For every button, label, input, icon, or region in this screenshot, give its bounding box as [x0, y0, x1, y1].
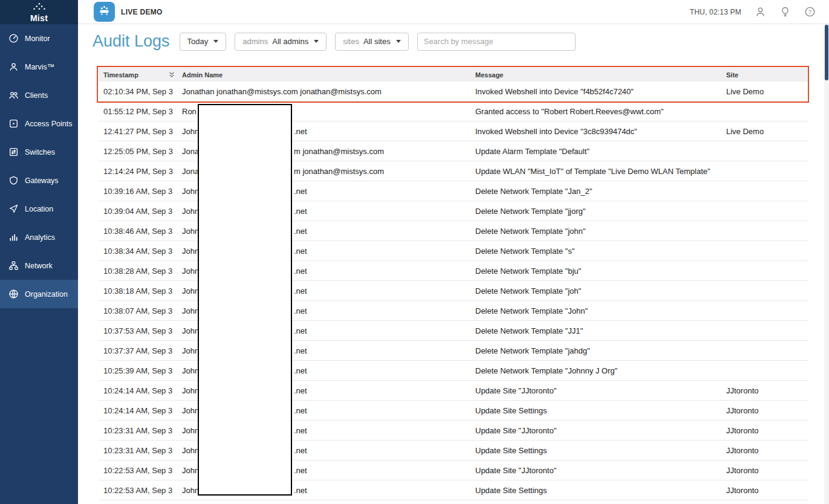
cell-timestamp: 10:22:53 AM, Sep 3 — [103, 466, 182, 475]
sites-filter-label: sites — [343, 37, 359, 46]
cell-timestamp: 10:39:16 AM, Sep 3 — [103, 187, 182, 196]
cell-message: Update Site Settings — [475, 406, 726, 415]
admin-name-text: Jona — [182, 167, 199, 176]
cell-message: Invoked Webshell into Device "f4b52f4c72… — [475, 87, 726, 96]
cell-message: Update Site "JJtoronto" — [475, 386, 726, 395]
sidebar-item-location[interactable]: Location — [0, 195, 78, 223]
sidebar-item-access-points[interactable]: Access Points — [0, 109, 78, 138]
admin-name-suffix-text: .net — [294, 346, 307, 355]
cell-timestamp: 12:14:24 PM, Sep 3 — [103, 167, 182, 176]
admin-name-text: John — [182, 366, 199, 375]
date-filter-value: Today — [187, 37, 209, 46]
table-row[interactable]: 02:10:34 PM, Sep 3 Jonathan jonathan@mis… — [99, 82, 808, 102]
cell-timestamp: 10:38:18 AM, Sep 3 — [103, 286, 182, 296]
sites-filter-dropdown[interactable]: sites All sites — [335, 33, 409, 51]
admin-name-suffix-text: .net — [294, 207, 307, 216]
search-input[interactable] — [417, 33, 576, 51]
admin-name-text: John — [182, 286, 199, 296]
cell-timestamp: 10:22:53 AM, Sep 3 — [103, 486, 182, 495]
sidebar-item-analytics[interactable]: Analytics — [0, 223, 78, 251]
cell-site: JJtoronto — [726, 486, 808, 495]
admins-filter-label: admins — [242, 37, 268, 46]
cell-message: Delete Network Template "john" — [475, 227, 726, 236]
scrollbar-thumb[interactable] — [825, 25, 828, 80]
marvis-icon — [8, 62, 19, 72]
switches-icon — [8, 147, 19, 157]
cell-site: JJtoronto — [726, 466, 808, 475]
admin-name-suffix-text: m jonathan@mistsys.com — [294, 167, 384, 176]
monitor-icon — [8, 33, 19, 44]
admin-name-text: John — [182, 406, 199, 415]
sidebar: Mist Monitor Marvis™ Clients Access Poin… — [0, 0, 78, 504]
cell-timestamp: 12:41:27 PM, Sep 3 — [103, 127, 182, 136]
column-header-message[interactable]: Message — [475, 71, 726, 79]
mist-logo: Mist — [0, 0, 78, 24]
sidebar-item-switches[interactable]: Switches — [0, 138, 78, 166]
main-content: Audit Logs Today admins All admins sites… — [78, 24, 829, 504]
cell-message: Delete Network Template "Jan_2" — [475, 187, 726, 196]
org-name[interactable]: LIVE DEMO — [121, 8, 163, 16]
sidebar-item-gateways[interactable]: Gateways — [0, 166, 78, 195]
admins-filter-value: All admins — [272, 37, 308, 46]
access-points-icon — [8, 118, 19, 129]
admin-name-text: John — [182, 486, 199, 495]
cell-timestamp: 10:37:37 AM, Sep 3 — [103, 346, 182, 355]
cell-message: Update Site "JJtoronto" — [475, 426, 726, 435]
admin-name-suffix-text: .net — [294, 306, 307, 315]
location-icon — [8, 204, 19, 214]
admins-filter-dropdown[interactable]: admins All admins — [235, 33, 327, 51]
mist-logo-text: Mist — [30, 14, 48, 22]
admin-name-suffix-text: .net — [294, 406, 307, 415]
date-filter-dropdown[interactable]: Today — [180, 33, 227, 51]
cell-message: Invoked Webshell into Device "3c8c939474… — [475, 127, 726, 136]
sidebar-item-clients[interactable]: Clients — [0, 81, 78, 109]
cell-timestamp: 10:24:14 AM, Sep 3 — [103, 386, 182, 395]
cell-timestamp: 10:38:28 AM, Sep 3 — [103, 267, 182, 276]
admin-name-text: John — [182, 426, 199, 435]
sidebar-item-network[interactable]: Network — [0, 251, 78, 280]
sidebar-item-monitor[interactable]: Monitor — [0, 24, 78, 53]
vertical-scrollbar[interactable] — [824, 24, 829, 504]
gateways-icon — [8, 175, 19, 186]
column-header-admin-name[interactable]: Admin Name — [182, 71, 475, 79]
bulb-icon[interactable] — [779, 6, 791, 18]
cell-message: Update WLAN "Mist_IoT" of Template "Live… — [475, 167, 726, 176]
admin-name-suffix-text: .net — [294, 466, 307, 475]
cell-message: Update Site Settings — [475, 446, 726, 455]
redaction-annotation — [198, 104, 292, 496]
cell-message: Delete Network Template "Johnny J Org" — [475, 366, 726, 375]
cell-site: Live Demo — [726, 87, 808, 96]
user-icon[interactable] — [755, 6, 766, 18]
org-logo-chip[interactable] — [94, 2, 115, 22]
network-icon — [8, 260, 19, 271]
chevron-down-icon — [396, 40, 401, 43]
table-header: TimestampAdmin NameMessageSite — [99, 68, 808, 82]
sidebar-item-organization[interactable]: Organization — [0, 280, 78, 308]
sidebar-item-marvis[interactable]: Marvis™ — [0, 53, 78, 81]
help-icon[interactable]: ? — [804, 6, 816, 18]
admin-name-text: Jona — [182, 147, 199, 156]
cell-timestamp: 10:38:46 AM, Sep 3 — [103, 227, 182, 236]
cell-message: Update Alarm Template "Default" — [475, 147, 726, 156]
sites-filter-value: All sites — [363, 37, 391, 46]
admin-name-text: John — [182, 346, 199, 355]
admin-name-suffix-text: .net — [294, 486, 307, 495]
cell-site: Live Demo — [726, 127, 808, 136]
column-header-site[interactable]: Site — [726, 71, 808, 79]
admin-name-text: John — [182, 466, 199, 475]
cell-message: Delete Network Template "JJ1" — [475, 326, 726, 335]
mist-logo-dots-icon — [32, 2, 47, 13]
cell-message: Update Site Settings — [475, 486, 726, 495]
column-header-timestamp[interactable]: Timestamp — [103, 71, 182, 79]
cell-timestamp: 10:25:39 AM, Sep 3 — [103, 366, 182, 375]
sort-icon[interactable] — [169, 71, 175, 78]
admin-name-text: Jonathan jonathan@mistsys.com jonathan@m… — [182, 87, 382, 96]
chevron-down-icon — [314, 40, 319, 43]
admin-name-text: John — [182, 187, 199, 196]
cell-site: JJtoronto — [726, 446, 808, 455]
admin-name-text: John — [182, 127, 199, 136]
cell-timestamp: 10:38:07 AM, Sep 3 — [103, 306, 182, 315]
admin-name-suffix-text: m jonathan@mistsys.com — [294, 147, 384, 156]
admin-name-suffix-text: .net — [294, 247, 307, 256]
cell-message: Delete Network Template "jjorg" — [475, 207, 726, 216]
